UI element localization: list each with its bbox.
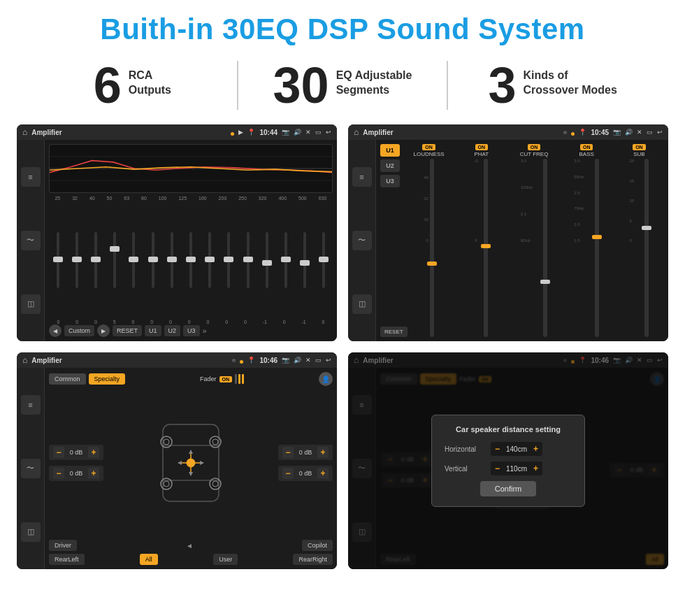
eq-slider-8[interactable] — [182, 232, 199, 288]
eq-prev-btn[interactable]: ◀ — [49, 324, 62, 337]
eq-side-btn-3[interactable]: ◫ — [21, 294, 41, 314]
fader-side-btn-3[interactable]: ◫ — [21, 522, 41, 542]
fr-minus-btn[interactable]: − — [282, 447, 294, 458]
horizontal-row: Horizontal − 140cm + — [445, 442, 572, 456]
amp-side-btn-1[interactable]: ≡ — [352, 167, 372, 187]
location-icon-1: 📍 — [247, 129, 255, 136]
left-speaker-col: − 0 dB + − 0 dB + — [49, 445, 103, 481]
amp-side-btn-2[interactable]: 〜 — [352, 231, 372, 250]
eq-slider-15[interactable] — [315, 232, 333, 288]
tab-row-3: Common Specialty Fader ON 👤 — [49, 372, 333, 386]
eq-play-btn[interactable]: ▶ — [97, 324, 110, 337]
screen-crossover: ⌂ Amplifier 📍 10:45 📷 🔊 ✕ ▭ ↩ ≡ 〜 ◫ — [348, 124, 668, 341]
home-icon-2: ⌂ — [354, 127, 359, 137]
svg-point-9 — [212, 439, 218, 445]
fader-on-badge: ON — [219, 376, 233, 382]
eq-slider-9[interactable] — [201, 232, 219, 288]
tab-common-3[interactable]: Common — [49, 373, 86, 385]
status-bar-2: ⌂ Amplifier 📍 10:45 📷 🔊 ✕ ▭ ↩ — [348, 124, 668, 140]
back-icon-3: ↩ — [326, 357, 331, 364]
screen3-content: ≡ 〜 ◫ Common Specialty Fader ON — [17, 368, 337, 569]
eq-slider-3[interactable] — [87, 232, 104, 288]
eq-slider-6[interactable] — [144, 232, 161, 288]
vertical-plus-btn[interactable]: + — [533, 464, 538, 473]
eq-side-btn-1[interactable]: ≡ — [21, 167, 41, 187]
eq-side-btn-2[interactable]: 〜 — [21, 231, 41, 250]
eq-slider-2[interactable] — [68, 232, 85, 288]
phat-slider[interactable] — [484, 159, 488, 337]
side-controls-1: ≡ 〜 ◫ — [17, 140, 45, 341]
rearleft-btn-3[interactable]: RearLeft — [49, 554, 85, 565]
channel-loudness: ON LOUDNESS 4832160 — [404, 144, 454, 337]
rearright-btn-3[interactable]: RearRight — [293, 554, 333, 565]
screen-eq: ⌂ Amplifier ▶ 📍 10:44 📷 🔊 ✕ ▭ ↩ ≡ 〜 ◫ — [17, 124, 337, 341]
eq-slider-4[interactable] — [106, 232, 124, 288]
u1-btn[interactable]: U1 — [380, 144, 400, 157]
eq-u1-btn[interactable]: U1 — [145, 325, 161, 336]
speaker-layout: − 0 dB + − 0 dB + — [49, 389, 333, 537]
rr-minus-btn[interactable]: − — [282, 468, 294, 479]
rl-minus-btn[interactable]: − — [53, 468, 64, 479]
eq-slider-7[interactable] — [163, 232, 180, 288]
eq-u2-btn[interactable]: U2 — [164, 325, 181, 336]
amp-channels: ON LOUDNESS 4832160 — [404, 144, 664, 337]
loudness-on: ON — [422, 144, 435, 150]
horizontal-value: 140cm — [503, 445, 531, 453]
driver-btn-3[interactable]: Driver — [49, 540, 77, 551]
eq-slider-5[interactable] — [125, 232, 143, 288]
u3-btn[interactable]: U3 — [380, 175, 400, 187]
bass-slider[interactable] — [595, 159, 599, 337]
vertical-label: Vertical — [445, 465, 486, 473]
rl-plus-btn[interactable]: + — [88, 468, 99, 479]
horizontal-minus-btn[interactable]: − — [495, 444, 500, 454]
u-buttons: U1 U2 U3 RESET — [380, 144, 400, 337]
expand-icon: » — [203, 327, 207, 335]
stat-crossover-number: 3 — [489, 60, 517, 110]
bass-on: ON — [580, 144, 593, 150]
stats-row: 6 RCAOutputs 30 EQ AdjustableSegments 3 … — [0, 53, 685, 120]
horizontal-plus-btn[interactable]: + — [533, 444, 538, 454]
fr-db-value: 0 dB — [296, 449, 315, 456]
eq-u3-btn[interactable]: U3 — [183, 325, 200, 336]
amp-reset-btn[interactable]: RESET — [380, 327, 408, 337]
bottom-btns-3b: RearLeft All User RearRight — [49, 554, 333, 565]
fader-side-btn-2[interactable]: 〜 — [21, 459, 41, 478]
eq-slider-13[interactable] — [277, 232, 294, 288]
cutfreq-slider[interactable] — [543, 159, 547, 337]
confirm-button[interactable]: Confirm — [480, 481, 536, 496]
eq-slider-1[interactable] — [49, 232, 66, 288]
svg-point-7 — [164, 439, 169, 445]
tab-specialty-3[interactable]: Specialty — [89, 373, 126, 385]
loudness-slider[interactable] — [430, 159, 434, 337]
profile-icon-3[interactable]: 👤 — [319, 372, 333, 386]
page-title: Buith-in 30EQ DSP Sound System — [0, 0, 685, 53]
window-icon-2: ▭ — [647, 129, 653, 136]
channel-bass: ON BASS 3.090Hz2.570Hz2.01.5 — [562, 144, 612, 337]
stat-crossover: 3 Kinds ofCrossover Modes — [462, 60, 643, 110]
u2-btn[interactable]: U2 — [380, 159, 400, 172]
car-diagram — [152, 417, 229, 508]
eq-main: 2532405063 80100125160200 25032040050063… — [45, 140, 337, 341]
fr-plus-btn[interactable]: + — [317, 447, 329, 458]
copilot-btn-3[interactable]: Copilot — [302, 540, 333, 551]
fl-plus-btn[interactable]: + — [88, 447, 99, 458]
all-btn-3[interactable]: All — [140, 554, 158, 565]
eq-slider-10[interactable] — [220, 232, 238, 288]
vertical-minus-btn[interactable]: − — [495, 464, 500, 473]
eq-reset-btn[interactable]: RESET — [113, 325, 142, 336]
fl-minus-btn[interactable]: − — [53, 447, 64, 458]
fader-side-btn-1[interactable]: ≡ — [21, 395, 41, 415]
user-btn-3[interactable]: User — [213, 554, 238, 565]
sub-slider[interactable] — [644, 159, 649, 337]
eq-graph — [49, 144, 333, 193]
amp-side-btn-3[interactable]: ◫ — [352, 294, 372, 314]
eq-slider-11[interactable] — [239, 232, 257, 288]
horizontal-control: − 140cm + — [491, 442, 542, 456]
screen3-time: 10:46 — [259, 357, 277, 364]
camera-icon-1: 📷 — [282, 129, 289, 136]
eq-bottom-controls: ◀ Custom ▶ RESET U1 U2 U3 » — [49, 324, 333, 337]
eq-slider-14[interactable] — [296, 232, 314, 288]
rr-plus-btn[interactable]: + — [317, 468, 329, 479]
eq-slider-12[interactable] — [258, 232, 275, 288]
window-icon-3: ▭ — [315, 357, 322, 364]
